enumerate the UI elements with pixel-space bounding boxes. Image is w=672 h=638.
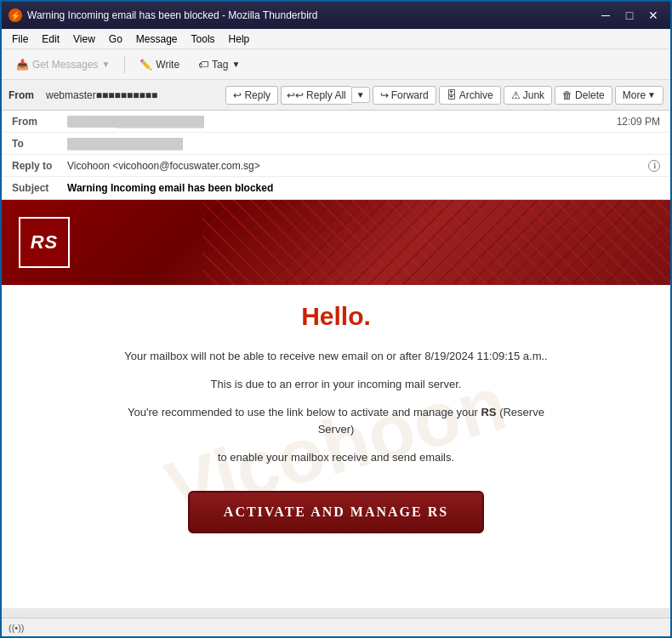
email-headers: From webmaster████████████ 12:09 PM To █… (2, 111, 670, 200)
wifi-icon: ((•)) (9, 623, 25, 633)
menu-help[interactable]: Help (222, 31, 257, 47)
menu-view[interactable]: View (66, 31, 102, 47)
get-messages-button[interactable]: 📥 Get Messages ▼ (9, 55, 117, 74)
menu-file[interactable]: File (5, 31, 35, 47)
to-label: To (12, 138, 67, 150)
reply-all-button[interactable]: ↩↩ Reply All (281, 86, 351, 105)
from-address: webmaster████████████ (67, 116, 617, 128)
action-bar: From webmaster■■■■■■■■■■ ↩ Reply ↩↩ Repl… (2, 80, 670, 111)
archive-button[interactable]: 🗄 Archive (439, 86, 501, 105)
menu-go[interactable]: Go (102, 31, 129, 47)
activate-manage-button[interactable]: Activate and Manage RS (188, 491, 484, 533)
email-body: RS Vicohoon Hello. Your mailbox will not… (2, 200, 670, 618)
dropdown-arrow-icon: ▼ (101, 60, 110, 69)
write-button[interactable]: ✏️ Write (132, 55, 187, 74)
forward-button[interactable]: ↪ Forward (373, 86, 436, 105)
from-label-action: From (9, 89, 38, 101)
tag-button[interactable]: 🏷 Tag ▼ (191, 55, 248, 74)
minimize-button[interactable]: ─ (595, 7, 616, 24)
reply-all-dropdown-button[interactable]: ▼ (351, 87, 370, 103)
main-toolbar: 📥 Get Messages ▼ ✏️ Write 🏷 Tag ▼ (2, 49, 670, 80)
tag-dropdown-icon: ▼ (231, 60, 240, 69)
subject-row: Subject Warning Incoming email has been … (2, 177, 670, 199)
more-button[interactable]: More ▼ (615, 86, 663, 105)
menubar: File Edit View Go Message Tools Help (2, 29, 670, 49)
maximize-button[interactable]: □ (619, 7, 640, 24)
reply-icon: ↩ (233, 89, 242, 101)
main-window: ⚡ Warning Incoming email has been blocke… (0, 0, 672, 638)
titlebar: ⚡ Warning Incoming email has been blocke… (2, 2, 670, 29)
paragraph-1: Your mailbox will not be able to receive… (115, 348, 557, 366)
email-text-area: Vicohoon Hello. Your mailbox will not be… (2, 285, 670, 608)
to-address: ████████████████ (67, 138, 660, 150)
email-content: RS Vicohoon Hello. Your mailbox will not… (2, 200, 670, 608)
window-controls: ─ □ ✕ (595, 7, 663, 24)
toolbar-separator (124, 56, 125, 73)
junk-button[interactable]: ⚠ Junk (504, 86, 552, 105)
email-time: 12:09 PM (617, 116, 660, 128)
archive-icon: 🗄 (447, 89, 457, 101)
reply-all-icon: ↩↩ (287, 89, 304, 101)
delete-icon: 🗑 (562, 89, 572, 101)
rs-banner: RS (2, 200, 670, 285)
subject-value: Warning Incoming email has been blocked (67, 182, 273, 194)
paragraph-4: to enable your mailbox receive and send … (115, 449, 557, 467)
more-dropdown-icon: ▼ (647, 90, 656, 100)
hello-heading: Hello. (27, 302, 645, 331)
get-messages-icon: 📥 (16, 59, 29, 71)
reply-button[interactable]: ↩ Reply (225, 86, 278, 105)
from-value-action: webmaster■■■■■■■■■■ (46, 89, 223, 101)
menu-tools[interactable]: Tools (185, 31, 222, 47)
menu-edit[interactable]: Edit (35, 31, 66, 47)
reply-all-split: ↩↩ Reply All ▼ (281, 86, 370, 105)
menu-message[interactable]: Message (129, 31, 185, 47)
window-title: Warning Incoming email has been blocked … (27, 9, 595, 21)
info-icon[interactable]: ℹ (648, 160, 660, 172)
replyto-row: Reply to Vicohoon <vicohoon@focuswater.c… (2, 155, 670, 177)
close-button[interactable]: ✕ (643, 7, 663, 24)
app-icon: ⚡ (9, 9, 22, 22)
subject-label: Subject (12, 182, 67, 194)
tag-icon: 🏷 (198, 59, 208, 71)
forward-icon: ↪ (380, 89, 389, 101)
replyto-label: Reply to (12, 160, 67, 172)
delete-button[interactable]: 🗑 Delete (555, 86, 612, 105)
to-row: To ████████████████ (2, 133, 670, 155)
write-icon: ✏️ (140, 59, 152, 71)
paragraph-3: You're recommended to use the link below… (115, 404, 557, 440)
junk-icon: ⚠ (511, 89, 521, 101)
wifi-status: ((•)) (9, 623, 25, 633)
statusbar: ((•)) (2, 618, 670, 636)
from-row: From webmaster████████████ 12:09 PM (2, 111, 670, 133)
paragraph-2: This is due to an error in your incoming… (115, 376, 557, 394)
from-label: From (12, 116, 67, 128)
rs-logo: RS (19, 217, 70, 268)
rs-logo-text: RS (31, 231, 59, 253)
replyto-value: Vicohoon <vicohoon@focuswater.com.sg> (67, 160, 645, 172)
